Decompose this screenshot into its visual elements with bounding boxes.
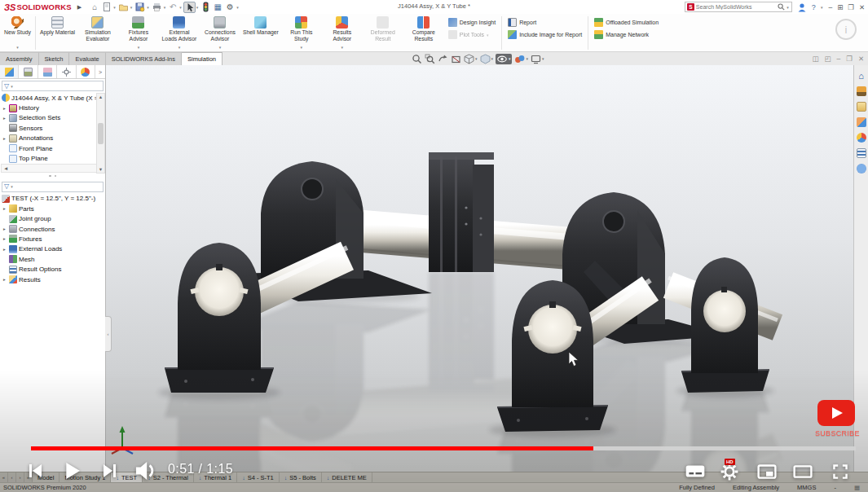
tab-scroll-prev[interactable]: ‹ [8, 472, 16, 482]
ribbon-apply-material[interactable]: Apply Material [37, 15, 77, 51]
caret-down-icon[interactable]: ▾ [301, 45, 303, 51]
view-palette-icon[interactable] [857, 117, 866, 127]
scrollbar-thumb[interactable] [98, 123, 104, 144]
user-account-icon[interactable] [797, 2, 807, 12]
study-tab-s4-s-t1[interactable]: ↓S4 - S-T1 [237, 472, 280, 482]
feature-tree-root[interactable]: J14044 Assy, X & Y Tube (X = 12.5", [0, 93, 105, 103]
tree-item-mesh[interactable]: Mesh [0, 254, 105, 264]
center-carriage[interactable] [429, 152, 494, 272]
home-button[interactable]: ⌂ [89, 2, 100, 13]
expander-icon[interactable]: ▸ [2, 136, 7, 141]
tab-feature-manager[interactable] [0, 65, 19, 78]
tree-filter[interactable]: ▽ ▾ [2, 81, 104, 91]
doc-minimize-button[interactable]: – [837, 55, 841, 63]
doc-close-button[interactable]: ✕ [858, 55, 864, 63]
caret-down-icon[interactable]: ▾ [147, 5, 149, 10]
caret-down-icon[interactable]: ▾ [341, 45, 344, 51]
custom-properties-icon[interactable] [857, 148, 866, 158]
expander-icon[interactable]: ▸ [2, 236, 7, 241]
view-settings-button[interactable]: ▾ [531, 54, 544, 64]
tab-display-manager[interactable] [77, 65, 95, 78]
search-input[interactable] [696, 4, 776, 10]
tree-item-front-plane[interactable]: Front Plane [0, 143, 105, 153]
display-style-button[interactable]: ▾ [480, 54, 494, 64]
tree-item-external-loads[interactable]: ▸ External Loads [0, 244, 105, 254]
caret-down-icon[interactable]: ▾ [130, 5, 133, 10]
caret-down-icon[interactable]: ▾ [16, 45, 19, 51]
caret-down-icon[interactable]: ▾ [11, 184, 13, 189]
zoom-to-area-button[interactable] [425, 54, 435, 64]
caret-down-icon[interactable]: ▾ [542, 56, 544, 61]
caret-down-icon[interactable]: ▾ [475, 56, 478, 61]
theater-mode-button[interactable] [789, 458, 817, 485]
tab-simulation[interactable]: Simulation [182, 52, 223, 65]
caret-down-icon[interactable]: ▾ [196, 5, 199, 10]
help-button[interactable]: ? [812, 3, 816, 11]
split-pane-left-button[interactable]: ◫ [812, 55, 818, 63]
tab-assembly[interactable]: Assembly [0, 52, 39, 65]
ribbon-include-image[interactable]: Include Image for Report [508, 30, 582, 39]
ribbon-compare-results[interactable]: Compare Results [403, 15, 444, 51]
caret-down-icon[interactable]: ▾ [164, 5, 166, 10]
play-button[interactable] [55, 455, 88, 487]
file-properties-button[interactable]: ▦ [212, 2, 223, 13]
view-orientation-button[interactable]: ▾ [464, 54, 478, 64]
study-tree-filter[interactable]: ▽ ▾ [2, 182, 104, 192]
tab-evaluate[interactable]: Evaluate [69, 52, 105, 65]
scroll-down-icon[interactable]: ▼ [99, 167, 103, 172]
tree-item-sensors[interactable]: Sensors [0, 123, 105, 133]
edit-appearance-button[interactable]: ▾ [514, 54, 529, 64]
rebuild-button[interactable] [200, 2, 211, 13]
volume-button[interactable] [129, 455, 161, 487]
tree-item-parts[interactable]: ▸ Parts [0, 204, 105, 213]
tab-scroll-first[interactable]: « [0, 472, 8, 482]
tree-item-annotations[interactable]: ▸ Annotations [0, 134, 105, 143]
previous-video-button[interactable] [20, 456, 49, 485]
search-box[interactable]: S ▾ [685, 2, 792, 12]
caret-down-icon[interactable]: ▾ [178, 45, 181, 51]
tab-solidworks-add-ins[interactable]: SOLIDWORKS Add-Ins [106, 52, 182, 65]
caret-down-icon[interactable]: ▾ [138, 45, 140, 51]
viewport-3d-model[interactable] [106, 65, 853, 472]
design-library-icon[interactable] [857, 86, 866, 96]
study-tab-s5-bolts[interactable]: ↓S5 - Bolts [280, 472, 322, 482]
ribbon-new-study[interactable]: New Study ▾ [2, 15, 33, 51]
tab-dimxpert-manager[interactable] [57, 65, 76, 78]
ribbon-run-this-study[interactable]: Run This Study ▾ [281, 15, 322, 51]
video-progress-played[interactable] [31, 446, 593, 450]
caret-down-icon[interactable]: ▾ [491, 56, 494, 61]
next-video-button[interactable] [96, 456, 126, 485]
ribbon-manage-network[interactable]: Manage Network [594, 30, 659, 39]
split-pane-right-button[interactable]: ◰ [824, 55, 831, 63]
expander-icon[interactable]: ▸ [2, 247, 7, 252]
study-tab-delete-me[interactable]: ↓DELETE ME [322, 472, 372, 482]
tree-item-top-plane[interactable]: Top Plane [0, 153, 105, 163]
zoom-to-fit-button[interactable] [412, 54, 422, 64]
panel-collapse-handle[interactable]: ‹ [105, 316, 112, 352]
vertical-scrollbar[interactable]: ▲ ▼ [96, 93, 105, 174]
close-button[interactable]: ✕ [859, 3, 865, 11]
ribbon-simulation-evaluator[interactable]: Simulation Evaluator [77, 15, 118, 51]
ribbon-offloaded-simulation[interactable]: Offloaded Simulation [594, 18, 659, 27]
restore-button[interactable]: ❐ [848, 3, 854, 11]
maximize-button[interactable]: ⊞ [837, 3, 843, 11]
study-tree-root[interactable]: TEST (-X = 12.5", Y = 12.5"-) [0, 194, 105, 204]
tree-item-connections[interactable]: ▸ Connections [0, 224, 105, 234]
caret-down-icon[interactable]: ▾ [113, 5, 116, 10]
expander-icon[interactable]: ▸ [2, 206, 7, 211]
tab-configuration-manager[interactable] [38, 65, 57, 78]
tree-item-joint-group[interactable]: Joint group [0, 214, 105, 224]
options-button[interactable]: ⚙ [224, 2, 236, 13]
logo-flyout-icon[interactable]: ▶ [77, 4, 82, 11]
caret-down-icon[interactable]: ▾ [236, 5, 239, 10]
section-view-button[interactable] [451, 54, 461, 64]
tree-item-selection-sets[interactable]: ▸ Selection Sets [0, 113, 105, 123]
previous-view-button[interactable] [438, 54, 448, 64]
fullscreen-button[interactable] [826, 458, 854, 485]
ribbon-report[interactable]: Report [508, 18, 582, 27]
panel-tabs-overflow[interactable]: > [95, 65, 105, 78]
solidworks-resources-icon[interactable]: ⌂ [858, 72, 864, 81]
subtitles-button[interactable] [681, 458, 709, 485]
tree-item-results[interactable]: ▸ Results [0, 275, 105, 284]
caret-down-icon[interactable]: ▾ [821, 5, 823, 10]
